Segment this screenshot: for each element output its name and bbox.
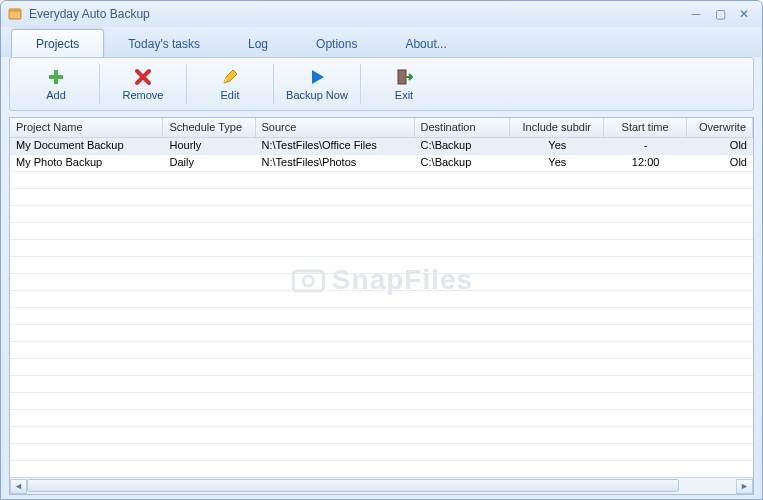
column-header[interactable]: Project Name bbox=[10, 118, 163, 137]
cell: - bbox=[604, 138, 687, 154]
scroll-thumb[interactable] bbox=[27, 479, 679, 492]
app-window: Everyday Auto Backup ─ ▢ ✕ ProjectsToday… bbox=[0, 0, 763, 500]
cell: Old bbox=[687, 138, 753, 154]
plus-icon bbox=[46, 67, 66, 87]
cell: Old bbox=[687, 155, 753, 171]
close-button[interactable]: ✕ bbox=[732, 6, 756, 22]
table-row[interactable]: My Document BackupHourlyN:\TestFiles\Off… bbox=[10, 138, 753, 155]
scroll-right-button[interactable]: ► bbox=[736, 479, 753, 494]
toolbar: AddRemoveEditBackup NowExit bbox=[9, 57, 754, 111]
remove-button[interactable]: Remove bbox=[101, 60, 185, 108]
column-header[interactable]: Overwrite bbox=[687, 118, 753, 137]
window-title: Everyday Auto Backup bbox=[29, 7, 150, 21]
toolbar-label: Backup Now bbox=[286, 89, 348, 101]
tab-today-s-tasks[interactable]: Today's tasks bbox=[104, 30, 224, 57]
app-icon bbox=[7, 6, 23, 22]
toolbar-label: Edit bbox=[221, 89, 240, 101]
titlebar: Everyday Auto Backup ─ ▢ ✕ bbox=[1, 1, 762, 27]
tab-projects[interactable]: Projects bbox=[11, 29, 104, 57]
maximize-button[interactable]: ▢ bbox=[708, 6, 732, 22]
cross-icon bbox=[133, 67, 153, 87]
toolbar-separator bbox=[186, 64, 187, 104]
column-header[interactable]: Include subdir bbox=[510, 118, 604, 137]
cell: Yes bbox=[510, 155, 604, 171]
scroll-left-button[interactable]: ◄ bbox=[10, 479, 27, 494]
svg-rect-1 bbox=[9, 9, 21, 12]
table-row[interactable]: My Photo BackupDailyN:\TestFiles\PhotosC… bbox=[10, 155, 753, 172]
door-icon bbox=[394, 67, 414, 87]
column-header[interactable]: Source bbox=[256, 118, 415, 137]
svg-rect-4 bbox=[398, 70, 406, 84]
tab-options[interactable]: Options bbox=[292, 30, 381, 57]
svg-rect-3 bbox=[49, 75, 63, 79]
toolbar-separator bbox=[99, 64, 100, 104]
horizontal-scrollbar[interactable]: ◄ ► bbox=[10, 477, 753, 494]
toolbar-separator bbox=[360, 64, 361, 104]
grid-empty-area bbox=[10, 172, 753, 477]
cell: Hourly bbox=[163, 138, 255, 154]
cell: 12:00 bbox=[604, 155, 687, 171]
column-header[interactable]: Destination bbox=[415, 118, 511, 137]
edit-button[interactable]: Edit bbox=[188, 60, 272, 108]
backup-now-button[interactable]: Backup Now bbox=[275, 60, 359, 108]
scroll-track[interactable] bbox=[27, 479, 736, 494]
play-icon bbox=[307, 67, 327, 87]
minimize-button[interactable]: ─ bbox=[684, 6, 708, 22]
cell: C:\Backup bbox=[415, 138, 511, 154]
toolbar-label: Remove bbox=[123, 89, 164, 101]
pencil-icon bbox=[220, 67, 240, 87]
column-header[interactable]: Schedule Type bbox=[163, 118, 255, 137]
grid-header: Project NameSchedule TypeSourceDestinati… bbox=[10, 118, 753, 138]
add-button[interactable]: Add bbox=[14, 60, 98, 108]
cell: N:\TestFiles\Photos bbox=[256, 155, 415, 171]
toolbar-label: Exit bbox=[395, 89, 413, 101]
cell: Yes bbox=[510, 138, 604, 154]
toolbar-label: Add bbox=[46, 89, 66, 101]
projects-grid: Project NameSchedule TypeSourceDestinati… bbox=[9, 117, 754, 495]
toolbar-separator bbox=[273, 64, 274, 104]
tab-about[interactable]: About... bbox=[381, 30, 470, 57]
cell: N:\TestFiles\Office Files bbox=[256, 138, 415, 154]
tab-log[interactable]: Log bbox=[224, 30, 292, 57]
cell: My Document Backup bbox=[10, 138, 163, 154]
cell: My Photo Backup bbox=[10, 155, 163, 171]
tab-bar: ProjectsToday's tasksLogOptionsAbout... bbox=[1, 27, 762, 57]
cell: Daily bbox=[163, 155, 255, 171]
exit-button[interactable]: Exit bbox=[362, 60, 446, 108]
cell: C:\Backup bbox=[415, 155, 511, 171]
column-header[interactable]: Start time bbox=[604, 118, 687, 137]
grid-body: My Document BackupHourlyN:\TestFiles\Off… bbox=[10, 138, 753, 477]
